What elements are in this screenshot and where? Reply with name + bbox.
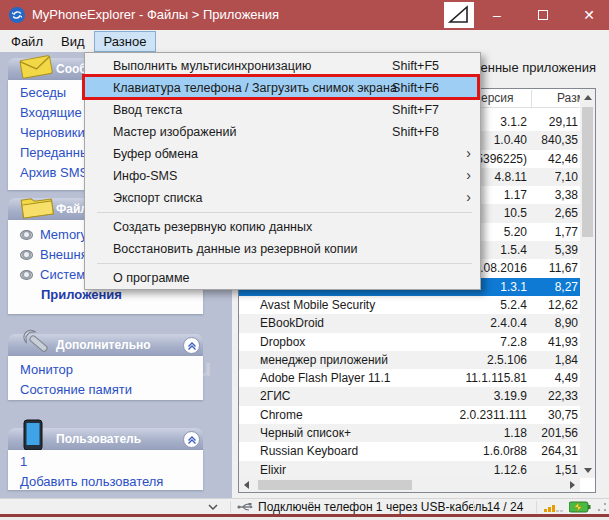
section-title: Дополнительно bbox=[56, 338, 151, 352]
table-row[interactable]: Russian Keyboard1.6.0r88264,31 bbox=[239, 442, 580, 460]
sidebar-item-label: Состояние памяти bbox=[20, 380, 132, 400]
menu-item[interactable]: Экспорт списка› bbox=[85, 187, 480, 209]
menu-item-label: Экспорт списка bbox=[113, 191, 202, 205]
connection-status: Подключён телефон 1 через USB-кабель bbox=[258, 500, 488, 514]
table-row[interactable]: 2ГИС3.19.922,33 bbox=[239, 387, 580, 405]
sidebar-item-label: Монитор bbox=[20, 360, 73, 380]
title-bar: MyPhoneExplorer - Файлы > Приложения – ✕ bbox=[0, 0, 609, 30]
cell-size: 1,84 bbox=[555, 351, 578, 369]
submenu-arrow-icon: › bbox=[466, 142, 471, 164]
cell-size: 29,11 bbox=[549, 113, 578, 131]
sidebar-item-label: 1 bbox=[20, 452, 27, 472]
cell-version: 11.1.115.81 bbox=[465, 369, 527, 387]
menu-item[interactable]: Восстановить данные из резервной копии bbox=[85, 238, 480, 260]
close-button[interactable]: ✕ bbox=[572, 0, 606, 30]
window-title: MyPhoneExplorer - Файлы > Приложения bbox=[32, 7, 279, 22]
submenu-arrow-icon: › bbox=[466, 186, 471, 208]
menu-item[interactable]: Буфер обмена› bbox=[85, 143, 480, 165]
cell-name: Черный список+ bbox=[260, 424, 351, 442]
menu-item[interactable]: Инфо-SMS› bbox=[85, 165, 480, 187]
maximize-button[interactable] bbox=[526, 0, 560, 30]
cell-size: 3,38 bbox=[555, 186, 578, 204]
cell-version: 3.1.2 bbox=[500, 113, 527, 131]
menu-item-label: Ввод текста bbox=[113, 103, 182, 117]
app-icon bbox=[9, 7, 25, 23]
submenu-arrow-icon: › bbox=[466, 164, 471, 186]
chevron-up-icon bbox=[187, 341, 197, 351]
cell-size: 264,31 bbox=[541, 442, 578, 460]
menu-item-label: Инфо-SMS bbox=[113, 169, 177, 183]
vertical-scroll-thumb[interactable] bbox=[582, 107, 593, 237]
disk-icon bbox=[20, 270, 33, 280]
scroll-right-icon[interactable] bbox=[570, 481, 575, 489]
cell-version: 2.0.2311.111 bbox=[460, 406, 527, 424]
scroll-down-icon[interactable] bbox=[584, 468, 592, 473]
sidebar-item-label: Беседы bbox=[20, 83, 66, 103]
table-row[interactable]: Dropbox7.2.841,93 bbox=[239, 333, 580, 351]
sidebar-item[interactable]: Монитор bbox=[8, 360, 203, 380]
collapse-user-button[interactable] bbox=[183, 431, 200, 448]
maximize-icon bbox=[538, 10, 548, 20]
sidebar-item[interactable]: 1 bbox=[8, 452, 203, 472]
cell-size: 8,27 bbox=[555, 278, 578, 296]
table-row[interactable]: Adobe Flash Player 11.111.1.115.814,49 bbox=[239, 369, 580, 387]
sidebar-item[interactable]: Добавить пользователя bbox=[8, 472, 203, 492]
folder-icon bbox=[18, 190, 56, 220]
menu-item-shortcut: Shift+F8 bbox=[392, 121, 439, 143]
table-row[interactable]: Черный список+1.18201,56 bbox=[239, 424, 580, 442]
cell-size: 840,35 bbox=[541, 131, 578, 149]
cell-size: 4,49 bbox=[555, 369, 578, 387]
annotation-cursor-icon bbox=[444, 2, 474, 28]
menu-item[interactable]: Ввод текстаShift+F7 bbox=[85, 99, 480, 121]
menu-separator bbox=[85, 260, 480, 267]
resize-grip[interactable] bbox=[597, 502, 607, 512]
menu-item-label: Выполнить мультисинхронизацию bbox=[113, 59, 311, 73]
cell-version: 3.19.9 bbox=[494, 387, 527, 405]
menu-item[interactable]: О программе bbox=[85, 267, 480, 289]
cell-name: Adobe Flash Player 11.1 bbox=[260, 369, 391, 387]
menubar-item-Файл[interactable]: Файл bbox=[2, 31, 52, 52]
menu-item[interactable]: Мастер изображенийShift+F8 bbox=[85, 121, 480, 143]
horizontal-scroll-thumb[interactable] bbox=[258, 480, 412, 490]
cell-version: 1.12.6 bbox=[494, 461, 527, 479]
item-counter: 14 / 24 bbox=[478, 500, 532, 514]
cell-size: 41,93 bbox=[548, 333, 578, 351]
scroll-up-icon[interactable] bbox=[584, 95, 592, 100]
table-row[interactable]: Elixir1.12.61,51 bbox=[239, 461, 580, 479]
table-row[interactable]: Chrome2.0.2311.11130,75 bbox=[239, 406, 580, 424]
column-size[interactable]: Размер bbox=[557, 91, 580, 105]
horizontal-scrollbar[interactable] bbox=[239, 478, 580, 492]
cell-version: 7.2.8 bbox=[500, 333, 527, 351]
statusbar-separator bbox=[473, 501, 474, 513]
sidebar-item-label: Входящие bbox=[20, 103, 82, 123]
menubar-item-Разное[interactable]: Разное bbox=[94, 31, 157, 52]
menu-item-label: О программе bbox=[113, 271, 189, 285]
table-row[interactable]: Avast Mobile Security5.2.412,62 bbox=[239, 296, 580, 314]
wrench-icon bbox=[12, 326, 52, 358]
statusbar-separator bbox=[536, 501, 537, 513]
minimize-button[interactable]: – bbox=[480, 0, 514, 30]
collapse-extras-button[interactable] bbox=[183, 337, 200, 354]
scroll-left-icon[interactable] bbox=[244, 481, 249, 489]
menu-item[interactable]: Создать резервную копию данных bbox=[85, 216, 480, 238]
cell-version: 10.5 bbox=[504, 204, 527, 222]
cell-name: менеджер приложений bbox=[260, 351, 388, 369]
vertical-scrollbar[interactable] bbox=[580, 89, 595, 478]
battery-icon bbox=[569, 501, 591, 513]
cell-version: 1.6.0r88 bbox=[483, 442, 527, 460]
table-row[interactable]: менеджер приложений2.5.1061,84 bbox=[239, 351, 580, 369]
cell-version: 1.18 bbox=[504, 424, 527, 442]
usb-icon bbox=[237, 502, 254, 512]
menu-item-label: Мастер изображений bbox=[113, 125, 237, 139]
sidebar-scroll-down-icon[interactable] bbox=[206, 502, 220, 514]
cell-size: 1,51 bbox=[555, 461, 578, 479]
cell-size: 22,33 bbox=[548, 387, 578, 405]
section-box-user: 1Добавить пользователя bbox=[8, 450, 203, 490]
column-separator bbox=[531, 90, 532, 107]
sidebar-item[interactable]: Состояние памяти bbox=[8, 380, 203, 400]
disk-icon bbox=[20, 230, 33, 240]
cell-version: 1.0.40 bbox=[494, 131, 527, 149]
sidebar-item-label: Черновики bbox=[20, 123, 85, 143]
menubar-item-Вид[interactable]: Вид bbox=[52, 31, 94, 52]
table-row[interactable]: EBookDroid2.4.0.48,90 bbox=[239, 314, 580, 332]
